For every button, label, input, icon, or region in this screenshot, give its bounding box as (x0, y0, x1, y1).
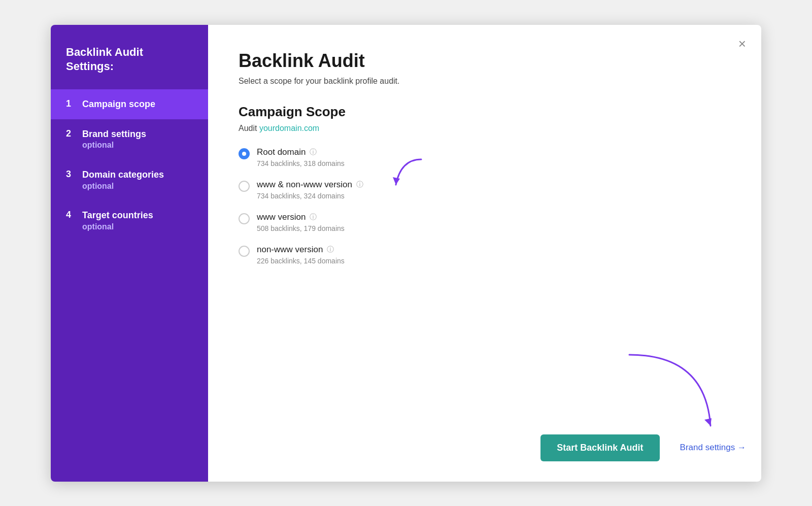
radio-label-www-nonwww: www & non-www version ⓘ (257, 180, 363, 190)
radio-circle-www[interactable] (239, 213, 250, 224)
annotation-arrow-2 (624, 350, 726, 443)
sidebar-item-label-2: Brand settings optional (82, 128, 146, 151)
radio-option-www[interactable]: www version ⓘ 508 backlinks, 179 domains (239, 212, 731, 232)
info-icon-nonwww[interactable]: ⓘ (327, 245, 334, 254)
sidebar-item-number-4: 4 (66, 210, 75, 221)
sidebar-item-label-1: Campaign scope (82, 98, 155, 110)
radio-group: Root domain ⓘ 734 backlinks, 318 domains… (239, 147, 731, 265)
radio-label-www: www version ⓘ (257, 212, 345, 222)
page-title: Backlink Audit (239, 50, 731, 72)
sidebar-item-number-1: 1 (66, 98, 75, 110)
svg-marker-1 (704, 418, 712, 426)
sidebar: Backlink Audit Settings: 1 Campaign scop… (51, 25, 208, 482)
arrow-svg-1 (391, 154, 431, 195)
section-title: Campaign Scope (239, 104, 731, 120)
sidebar-item-domain-categories[interactable]: 3 Domain categories optional (51, 160, 208, 200)
radio-option-root[interactable]: Root domain ⓘ 734 backlinks, 318 domains (239, 147, 731, 167)
radio-option-www-nonwww[interactable]: www & non-www version ⓘ 734 backlinks, 3… (239, 180, 731, 200)
radio-label-root: Root domain ⓘ (257, 147, 345, 157)
info-icon-www-nonwww[interactable]: ⓘ (356, 180, 363, 189)
sidebar-item-campaign-scope[interactable]: 1 Campaign scope (51, 89, 208, 119)
radio-text-nonwww: non-www version ⓘ 226 backlinks, 145 dom… (257, 245, 345, 265)
svg-marker-0 (393, 177, 400, 185)
radio-meta-nonwww: 226 backlinks, 145 domains (257, 257, 345, 265)
arrow-svg-2 (624, 350, 726, 441)
sidebar-item-number-3: 3 (66, 169, 75, 180)
radio-option-nonwww[interactable]: non-www version ⓘ 226 backlinks, 145 dom… (239, 245, 731, 265)
info-icon-www[interactable]: ⓘ (310, 213, 317, 222)
domain-link[interactable]: yourdomain.com (259, 124, 319, 132)
sidebar-item-number-2: 2 (66, 128, 75, 140)
radio-meta-www-nonwww: 734 backlinks, 324 domains (257, 192, 363, 200)
sidebar-item-label-4: Target countries optional (82, 210, 153, 232)
info-icon-root[interactable]: ⓘ (310, 148, 317, 157)
brand-settings-link[interactable]: Brand settings → (680, 443, 746, 453)
annotation-arrow-1 (391, 154, 431, 197)
radio-label-nonwww: non-www version ⓘ (257, 245, 345, 255)
radio-meta-www: 508 backlinks, 179 domains (257, 224, 345, 232)
radio-circle-root[interactable] (239, 148, 250, 159)
sidebar-title: Backlink Audit Settings: (51, 45, 208, 89)
footer: Start Backlink Audit Brand settings → (391, 434, 746, 461)
sidebar-item-brand-settings[interactable]: 2 Brand settings optional (51, 119, 208, 160)
page-subtitle: Select a scope for your backlink profile… (239, 77, 731, 86)
sidebar-item-label-3: Domain categories optional (82, 169, 164, 191)
radio-circle-nonwww[interactable] (239, 246, 250, 257)
sidebar-item-target-countries[interactable]: 4 Target countries optional (51, 200, 208, 241)
radio-text-www: www version ⓘ 508 backlinks, 179 domains (257, 212, 345, 232)
audit-label: Audit yourdomain.com (239, 124, 731, 133)
radio-circle-www-nonwww[interactable] (239, 181, 250, 192)
radio-text-root: Root domain ⓘ 734 backlinks, 318 domains (257, 147, 345, 167)
modal: Backlink Audit Settings: 1 Campaign scop… (51, 25, 761, 482)
main-content: × Backlink Audit Select a scope for your… (208, 25, 761, 482)
radio-text-www-nonwww: www & non-www version ⓘ 734 backlinks, 3… (257, 180, 363, 200)
radio-meta-root: 734 backlinks, 318 domains (257, 159, 345, 167)
start-audit-button[interactable]: Start Backlink Audit (540, 434, 659, 461)
close-button[interactable]: × (738, 37, 746, 50)
